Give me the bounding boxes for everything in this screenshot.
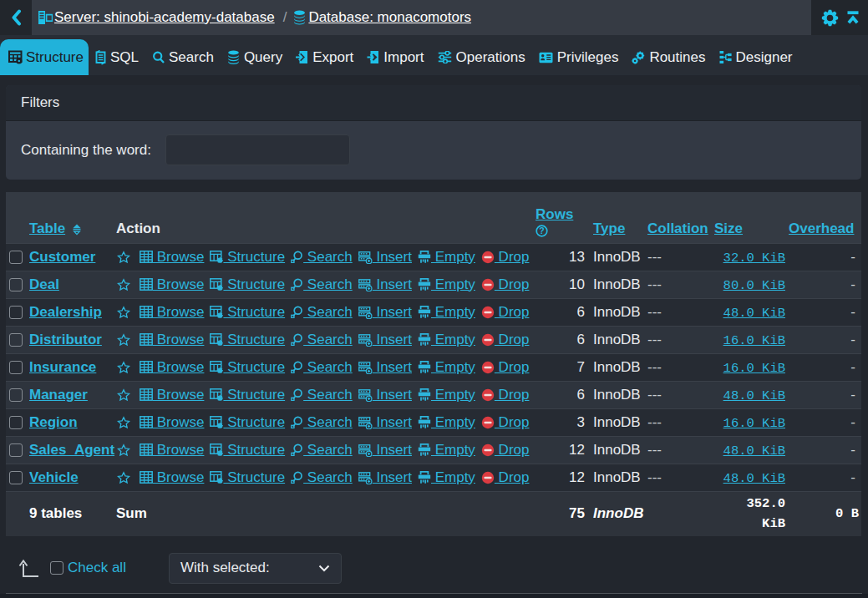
svg-text:?: ? bbox=[539, 226, 544, 236]
